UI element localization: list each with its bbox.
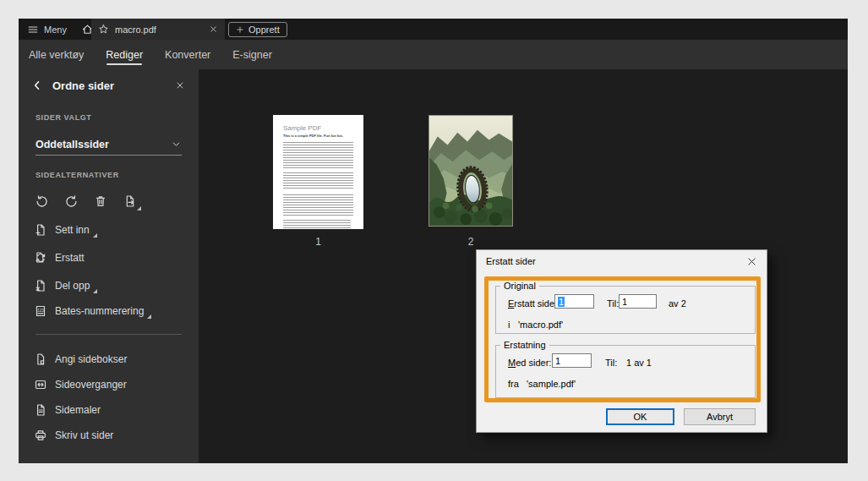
bates-numbering-icon: 123	[34, 304, 47, 318]
page-transitions-icon	[34, 378, 47, 391]
fra-label: fra	[508, 379, 519, 389]
rotate-right-icon	[64, 194, 79, 209]
mountain-photo	[429, 116, 512, 226]
text-paragraph	[283, 142, 353, 168]
menu-item-label: Sett inn	[55, 224, 90, 236]
rotate-left-icon	[35, 194, 49, 209]
input-value: 1	[555, 356, 560, 366]
extract-page-icon	[123, 194, 137, 208]
til-label: Til:	[607, 298, 619, 309]
panel-header: Ordne sider	[19, 76, 199, 96]
split-page-icon	[34, 279, 47, 292]
menu-item-erstatt[interactable]: Erstatt	[34, 249, 85, 266]
page-tool-icons	[33, 193, 139, 210]
label-rest: rstatt sider:	[514, 298, 560, 309]
panel-close-icon[interactable]	[175, 80, 185, 90]
menu-item-label: Del opp	[55, 280, 90, 292]
tab-label: Alle verktøy	[29, 49, 84, 61]
original-legend: Original	[500, 281, 539, 291]
sample-doc-title: Sample PDF	[283, 124, 353, 132]
text-paragraph	[283, 172, 353, 190]
svg-text:123: 123	[37, 309, 44, 313]
replace-pages-icon	[34, 251, 47, 265]
document-tab[interactable]: macro.pdf	[91, 19, 225, 40]
menu-item-sideoverganger[interactable]: Sideoverganger	[34, 376, 127, 393]
menu-item-label: Skriv ut sider	[55, 429, 113, 441]
panel-title: Ordne sider	[52, 79, 114, 92]
back-chevron-icon[interactable]	[31, 79, 43, 91]
print-icon	[34, 429, 47, 442]
replacement-filename: 'sample.pdf'	[527, 379, 576, 389]
organize-pages-panel: Ordne sider SIDER VALGT Oddetallssider S…	[19, 69, 199, 463]
page-selection-value: Oddetallssider	[35, 139, 109, 150]
til-label-2: Til:	[605, 358, 617, 368]
dialog-title: Erstatt sider	[486, 256, 536, 266]
erstatt-sider-label: Erstatt sider:	[508, 298, 560, 309]
replace-pages-dialog: Erstatt sider Original Erstatt sider: 1 …	[476, 249, 767, 433]
menu-item-label: Sidemaler	[55, 404, 101, 416]
hamburger-icon	[27, 24, 39, 36]
med-sider-input[interactable]: 1	[552, 353, 592, 368]
panel-divider	[35, 334, 182, 335]
tab-label: Rediger	[106, 49, 143, 61]
label-mnemonic: M	[508, 358, 516, 368]
page-selection-dropdown[interactable]: Oddetallssider	[35, 134, 182, 156]
tab-alle-verktoy[interactable]: Alle verktøy	[29, 40, 84, 69]
app-window: Meny macro.pdf Opprett Alle verktøy Redi…	[19, 19, 848, 463]
tools-nav: Alle verktøy Rediger Konverter E-signer	[19, 40, 848, 69]
cancel-button[interactable]: Avbryt	[684, 408, 756, 425]
menu-item-label: Sideoverganger	[55, 379, 127, 391]
in-label: i	[508, 320, 510, 330]
menu-button[interactable]: Meny	[19, 19, 75, 40]
extract-pages-button[interactable]	[122, 193, 139, 210]
document-tab-title: macro.pdf	[115, 25, 203, 35]
create-label: Opprett	[248, 25, 280, 35]
dialog-close-icon[interactable]	[746, 256, 757, 267]
tab-e-signer[interactable]: E-signer	[232, 40, 272, 69]
tab-label: Konverter	[165, 49, 210, 61]
menu-item-sett-inn[interactable]: Sett inn	[34, 221, 90, 238]
menu-item-bates-nummerering[interactable]: 123 Bates-nummerering	[34, 303, 144, 320]
rotate-right-button[interactable]	[63, 193, 79, 210]
tab-rediger[interactable]: Rediger	[106, 40, 143, 69]
text-paragraph	[283, 220, 351, 229]
chevron-down-icon	[171, 139, 182, 150]
menu-item-sidemaler[interactable]: Sidemaler	[34, 402, 101, 418]
ok-button[interactable]: OK	[606, 408, 674, 425]
tab-label: E-signer	[232, 49, 272, 61]
star-icon[interactable]	[98, 24, 109, 35]
til-input[interactable]: 1	[619, 294, 657, 309]
menu-item-angi-sidebokser[interactable]: Angi sidebokser	[34, 351, 127, 368]
page-options-label: SIDEALTERNATIVER	[35, 171, 119, 179]
text-paragraph	[283, 194, 353, 216]
top-bar: Meny macro.pdf Opprett	[19, 19, 848, 40]
menu-item-del-opp[interactable]: Del opp	[34, 277, 90, 294]
create-button[interactable]: Opprett	[228, 22, 287, 37]
original-filename: 'macro.pdf'	[518, 320, 563, 330]
page-thumbnail-1[interactable]: Sample PDF This is a simple PDF file. Fu…	[273, 115, 363, 229]
menu-item-label: Bates-nummerering	[55, 305, 144, 317]
delete-page-button[interactable]	[92, 193, 109, 210]
erstatt-sider-input[interactable]: 1	[554, 294, 594, 309]
page-count-suffix: av 2	[669, 298, 686, 309]
menu-item-label: Erstatt	[55, 252, 85, 264]
input-value: 1	[558, 297, 565, 307]
pages-selected-label: SIDER VALGT	[35, 113, 91, 122]
submenu-corner-icon	[93, 233, 97, 238]
input-value: 1	[622, 297, 627, 307]
menu-item-label: Angi sidebokser	[55, 353, 127, 365]
tab-close-icon[interactable]	[209, 25, 218, 34]
page-thumbnail-2[interactable]	[429, 115, 513, 227]
rotate-left-button[interactable]	[33, 193, 50, 210]
submenu-corner-icon	[137, 206, 141, 210]
replacement-legend: Erstatning	[500, 340, 549, 350]
page-number-1: 1	[273, 236, 363, 248]
page-number-2: 2	[429, 236, 513, 248]
page-templates-icon	[34, 403, 47, 417]
menu-label: Meny	[44, 25, 67, 35]
label-rest: ed sider:	[516, 358, 551, 368]
menu-item-skriv-ut-sider[interactable]: Skriv ut sider	[34, 427, 113, 444]
tab-konverter[interactable]: Konverter	[165, 40, 210, 69]
insert-page-icon	[34, 223, 47, 237]
med-sider-label: Med sider:	[508, 358, 551, 368]
